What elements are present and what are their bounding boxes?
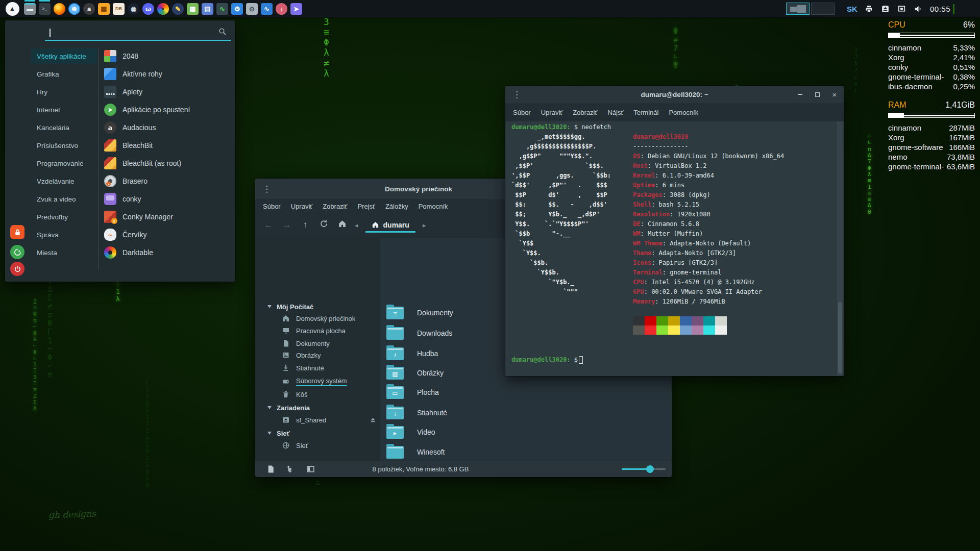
- launcher-downloader-app[interactable]: ↓: [274, 0, 289, 17]
- category-kancel-ria[interactable]: Kancelária: [31, 120, 97, 135]
- printer-icon[interactable]: [865, 4, 874, 13]
- launcher-chromium[interactable]: [67, 0, 82, 17]
- launcher-calculator[interactable]: ▦: [96, 0, 111, 17]
- sidebar-item-sf-shared[interactable]: sf_Shared: [255, 414, 377, 426]
- sidebar-item-domovsk-prie-inok[interactable]: Domovský priečinok: [255, 312, 377, 324]
- folder-row-video[interactable]: ▸Video: [384, 423, 668, 441]
- app-item-startup[interactable]: ➤Aplikácie po spustení: [104, 102, 231, 117]
- terminal-titlebar[interactable]: ⋮ dumaru@dell3020: ~ ×: [505, 86, 844, 103]
- lock-screen-button[interactable]: [10, 225, 24, 239]
- app-item-2048[interactable]: 2048: [104, 48, 231, 64]
- window-menu-icon[interactable]: ⋮: [505, 89, 528, 100]
- category-predvo-by[interactable]: Predvoľby: [31, 209, 97, 224]
- category-hry[interactable]: Hry: [31, 84, 97, 99]
- zoom-slider[interactable]: [622, 468, 666, 470]
- menu-zloky[interactable]: Záložky: [381, 201, 412, 212]
- section-collapse-icon[interactable]: [267, 406, 272, 409]
- menu-pomocnk[interactable]: Pomocník: [414, 201, 452, 212]
- launcher-system-monitor[interactable]: ∿: [215, 0, 230, 17]
- launcher-remote-viewer[interactable]: ➤: [289, 0, 304, 17]
- launcher-terminal[interactable]: >_: [37, 0, 52, 17]
- workspace-1[interactable]: [786, 3, 810, 15]
- category-internet[interactable]: Internet: [31, 102, 97, 117]
- maximize-button[interactable]: [812, 89, 822, 99]
- app-item-worms[interactable]: ~Červíky: [104, 227, 231, 242]
- sidebar-section-m-j-po-ta-[interactable]: Môj Počítač: [255, 300, 377, 313]
- launcher-libreoffice-writer[interactable]: ▤: [200, 0, 215, 17]
- launcher-dbeaver[interactable]: DB: [111, 0, 126, 17]
- close-button[interactable]: ×: [829, 89, 840, 99]
- breadcrumb-right-chevron-icon[interactable]: ▸: [423, 221, 426, 229]
- eject-icon[interactable]: [369, 416, 377, 424]
- menu-sbor[interactable]: Súbor: [509, 107, 535, 118]
- app-item-audacious[interactable]: aAudacious: [104, 120, 231, 135]
- terminal-scrollbar[interactable]: [837, 121, 843, 375]
- menu-pomocnk[interactable]: Pomocník: [665, 107, 702, 118]
- forward-button[interactable]: →: [281, 220, 292, 230]
- sidebar-item-dokumenty[interactable]: Dokumenty: [255, 337, 377, 349]
- launcher-libreoffice-calc[interactable]: ▦: [185, 0, 200, 17]
- breadcrumb-left-chevron-icon[interactable]: ◂: [355, 221, 358, 229]
- app-item-brasero[interactable]: Brasero: [104, 173, 231, 189]
- back-button[interactable]: ←: [263, 220, 274, 230]
- home-button[interactable]: [336, 219, 348, 231]
- app-item-conky[interactable]: conky: [104, 191, 231, 207]
- logout-button[interactable]: [10, 245, 24, 259]
- menu-sbor[interactable]: Súbor: [259, 201, 285, 212]
- launcher-paint-app[interactable]: ✎: [170, 0, 185, 17]
- network-icon[interactable]: [897, 4, 906, 13]
- launcher-resources-app[interactable]: ∿: [259, 0, 274, 17]
- menu-njs[interactable]: Nájsť: [603, 107, 627, 118]
- removable-media-icon[interactable]: [881, 4, 890, 13]
- menu-upravi[interactable]: Upraviť: [537, 107, 567, 118]
- sidebar-section-zariadenia[interactable]: Zariadenia: [255, 402, 377, 414]
- launcher-menu[interactable]: ▲: [2, 0, 22, 17]
- app-item-bleachbit[interactable]: BleachBit: [104, 138, 231, 153]
- power-button[interactable]: [10, 262, 24, 276]
- sidebar-item-obr-zky[interactable]: Obrázky: [255, 349, 377, 361]
- category-v-etky-aplik-cie[interactable]: Všetky aplikácie: [31, 48, 97, 64]
- section-collapse-icon[interactable]: [267, 432, 272, 435]
- launcher-darktable[interactable]: ●: [156, 0, 170, 17]
- refresh-button[interactable]: [318, 219, 329, 231]
- up-button[interactable]: ↑: [300, 220, 311, 230]
- menu-prejs[interactable]: Prejsť: [353, 201, 379, 212]
- breadcrumb-home-button[interactable]: dumaru: [365, 218, 415, 233]
- launcher-files[interactable]: ▬: [22, 0, 37, 17]
- launcher-disks-app[interactable]: ⊙: [244, 0, 259, 17]
- launcher-discord[interactable]: ω: [141, 0, 156, 17]
- zoom-slider-knob[interactable]: [646, 465, 654, 473]
- sidebar-item-stiahnut-[interactable]: Stiahnuté: [255, 362, 377, 374]
- launcher-settings-app[interactable]: ⚙: [230, 0, 244, 17]
- terminal-content[interactable]: dumaru@dell3020: $ neofetch _,met$$$$$gg…: [505, 121, 844, 376]
- app-item-applets[interactable]: Aplety: [104, 84, 231, 99]
- clock[interactable]: 00:55: [930, 5, 950, 13]
- folder-row-plocha[interactable]: ▭Plocha: [384, 383, 668, 402]
- volume-icon[interactable]: [914, 4, 923, 13]
- window-menu-icon[interactable]: ⋮: [255, 184, 278, 194]
- menu-upravi[interactable]: Upraviť: [287, 201, 316, 212]
- category-spr-va[interactable]: Správa: [31, 227, 97, 242]
- menu-zobrazi[interactable]: Zobraziť: [318, 201, 351, 212]
- category-programovanie[interactable]: Programovanie: [31, 156, 97, 171]
- menu-terminl[interactable]: Terminál: [629, 107, 663, 118]
- menu-zobrazi[interactable]: Zobraziť: [569, 107, 601, 118]
- section-collapse-icon[interactable]: [267, 305, 272, 308]
- sidebar-item-pracovn-plocha[interactable]: Pracovná plocha: [255, 324, 377, 337]
- category-vzdel-vanie[interactable]: Vzdelávanie: [31, 173, 97, 189]
- app-item-bleachbit-root[interactable]: BleachBit (as root): [104, 156, 231, 171]
- keyboard-layout-indicator[interactable]: SK: [847, 5, 857, 13]
- minimize-button[interactable]: [795, 89, 805, 99]
- launcher-steam[interactable]: ◉: [126, 0, 141, 17]
- app-item-darktable[interactable]: Darktable: [104, 245, 231, 260]
- launcher-firefox[interactable]: [52, 0, 67, 17]
- workspace-2[interactable]: [811, 3, 835, 15]
- category-zvuk-a-video[interactable]: Zvuk a video: [31, 191, 97, 207]
- app-item-conky-manager[interactable]: Conky Manager: [104, 209, 231, 224]
- folder-row-stiahnuté[interactable]: ↓Stiahnuté: [384, 404, 668, 422]
- folder-row-winesoft[interactable]: Winesoft: [384, 443, 668, 461]
- launcher-audacious[interactable]: a: [82, 0, 96, 17]
- sidebar-section-sie-[interactable]: Sieť: [255, 427, 377, 439]
- sidebar-item-k-[interactable]: Kôš: [255, 388, 377, 400]
- category-grafika[interactable]: Grafika: [31, 66, 97, 82]
